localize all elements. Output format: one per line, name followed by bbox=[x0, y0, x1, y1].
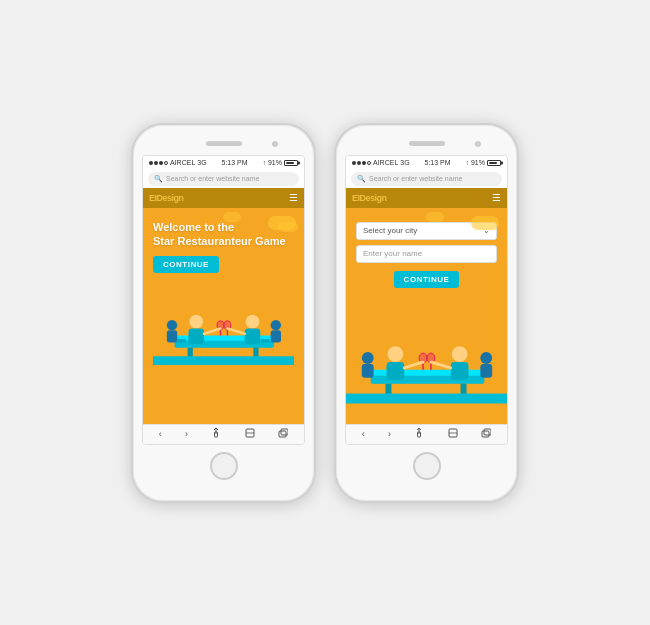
phone-1-speaker bbox=[206, 141, 242, 146]
home-button-2[interactable] bbox=[413, 452, 441, 480]
svg-rect-20 bbox=[153, 356, 294, 365]
phone-2-bottom bbox=[342, 449, 511, 483]
network-2: 3G bbox=[400, 159, 409, 166]
svg-rect-48 bbox=[482, 431, 489, 437]
browser-bar-2: ‹ › bbox=[346, 424, 507, 444]
battery-percent-2: 91% bbox=[471, 159, 485, 166]
time-2: 5:13 PM bbox=[425, 159, 451, 166]
name-input[interactable]: Enter your name bbox=[356, 245, 497, 263]
phone-1-top-bar bbox=[139, 135, 308, 153]
continue-button-2[interactable]: CONTINUE bbox=[394, 271, 460, 288]
hamburger-menu-1[interactable]: ☰ bbox=[289, 192, 298, 203]
svg-line-43 bbox=[431, 361, 451, 367]
url-bar-1: 🔍 Search or enter website name bbox=[143, 170, 304, 188]
bookmarks-icon-1[interactable] bbox=[245, 428, 255, 440]
svg-rect-5 bbox=[167, 330, 177, 342]
status-right-2: ↑ 91% bbox=[465, 159, 501, 166]
search-icon-2: 🔍 bbox=[357, 175, 366, 183]
status-right-1: ↑ 91% bbox=[262, 159, 298, 166]
app-header-1: EIDesign ☰ bbox=[143, 188, 304, 208]
dot1 bbox=[149, 161, 153, 165]
svg-point-8 bbox=[246, 315, 260, 329]
status-left-1: AIRCEL 3G bbox=[149, 159, 207, 166]
dot3 bbox=[362, 161, 366, 165]
screen2-bg: Select your city ⌄ Enter your name CONTI… bbox=[346, 208, 507, 424]
restaurant-illustration-1 bbox=[153, 281, 294, 371]
signal-dots-2 bbox=[352, 161, 371, 165]
battery-fill-1 bbox=[286, 162, 295, 164]
svg-rect-33 bbox=[386, 361, 404, 379]
search-icon: 🔍 bbox=[154, 175, 163, 183]
url-input-1[interactable]: 🔍 Search or enter website name bbox=[148, 172, 299, 186]
hamburger-menu-2[interactable]: ☰ bbox=[492, 192, 501, 203]
svg-rect-3 bbox=[170, 336, 276, 341]
svg-rect-7 bbox=[188, 329, 204, 345]
svg-rect-24 bbox=[279, 431, 286, 437]
phone-2-top-bar bbox=[342, 135, 511, 153]
back-icon-1[interactable]: ‹ bbox=[159, 429, 162, 439]
battery-icon-1 bbox=[284, 160, 298, 166]
svg-rect-25 bbox=[281, 429, 288, 435]
svg-line-42 bbox=[404, 361, 423, 367]
battery-icon-2 bbox=[487, 160, 501, 166]
city-select-label: Select your city bbox=[363, 226, 417, 235]
phone-2: AIRCEL 3G 5:13 PM ↑ 91% 🔍 Search or ente… bbox=[334, 123, 519, 503]
tabs-icon-1[interactable] bbox=[278, 428, 288, 440]
svg-point-30 bbox=[362, 352, 374, 364]
back-icon-2[interactable]: ‹ bbox=[362, 429, 365, 439]
status-bar-1: AIRCEL 3G 5:13 PM ↑ 91% bbox=[143, 156, 304, 170]
carrier-1: AIRCEL bbox=[170, 159, 195, 166]
svg-point-10 bbox=[271, 320, 281, 330]
bookmarks-icon-2[interactable] bbox=[448, 428, 458, 440]
dot2 bbox=[154, 161, 158, 165]
tabs-icon-2[interactable] bbox=[481, 428, 491, 440]
forward-icon-2[interactable]: › bbox=[388, 429, 391, 439]
carrier-2: AIRCEL bbox=[373, 159, 398, 166]
share-icon-1 bbox=[211, 428, 221, 440]
url-placeholder-2: Search or enter website name bbox=[369, 175, 462, 182]
dot2 bbox=[357, 161, 361, 165]
url-input-2[interactable]: 🔍 Search or enter website name bbox=[351, 172, 502, 186]
battery-percent-1: 91% bbox=[268, 159, 282, 166]
svg-rect-44 bbox=[346, 393, 507, 403]
battery-fill-2 bbox=[489, 162, 498, 164]
phone-1-screen: AIRCEL 3G 5:13 PM ↑ 91% 🔍 Search or ente… bbox=[142, 155, 305, 445]
cloud-3 bbox=[223, 212, 241, 222]
phone-2-screen: AIRCEL 3G 5:13 PM ↑ 91% 🔍 Search or ente… bbox=[345, 155, 508, 445]
svg-point-32 bbox=[387, 346, 403, 362]
continue-button-1[interactable]: CONTINUE bbox=[153, 256, 219, 273]
svg-point-4 bbox=[167, 320, 177, 330]
svg-point-34 bbox=[452, 346, 468, 362]
status-bar-2: AIRCEL 3G 5:13 PM ↑ 91% bbox=[346, 156, 507, 170]
signal-arrow-2: ↑ bbox=[465, 159, 469, 166]
forward-icon-1[interactable]: › bbox=[185, 429, 188, 439]
url-bar-2: 🔍 Search or enter website name bbox=[346, 170, 507, 188]
dot4 bbox=[164, 161, 168, 165]
share-icon-2 bbox=[414, 428, 424, 440]
cloud-5 bbox=[426, 212, 444, 222]
browser-bar-1: ‹ › bbox=[143, 424, 304, 444]
signal-dots-1 bbox=[149, 161, 168, 165]
phone-2-speaker bbox=[409, 141, 445, 146]
phones-container: AIRCEL 3G 5:13 PM ↑ 91% 🔍 Search or ente… bbox=[111, 103, 539, 523]
time-1: 5:13 PM bbox=[222, 159, 248, 166]
dot3 bbox=[159, 161, 163, 165]
logo-highlight-1: EI bbox=[149, 193, 157, 203]
url-placeholder-1: Search or enter website name bbox=[166, 175, 259, 182]
dot1 bbox=[352, 161, 356, 165]
phone-1-camera bbox=[272, 141, 278, 147]
restaurant-illustration-2 bbox=[346, 314, 507, 404]
svg-rect-19 bbox=[261, 339, 270, 342]
svg-rect-31 bbox=[362, 363, 374, 377]
app-logo-1: EIDesign bbox=[149, 193, 184, 203]
network-1: 3G bbox=[197, 159, 206, 166]
screen-content-2: Select your city ⌄ Enter your name CONTI… bbox=[346, 208, 507, 424]
svg-rect-18 bbox=[177, 339, 186, 342]
phone-1: AIRCEL 3G 5:13 PM ↑ 91% 🔍 Search or ente… bbox=[131, 123, 316, 503]
logo-text-1: Design bbox=[157, 193, 184, 203]
svg-rect-49 bbox=[484, 429, 491, 435]
svg-line-17 bbox=[227, 329, 244, 334]
svg-point-36 bbox=[480, 352, 492, 364]
svg-line-16 bbox=[204, 329, 220, 334]
home-button-1[interactable] bbox=[210, 452, 238, 480]
